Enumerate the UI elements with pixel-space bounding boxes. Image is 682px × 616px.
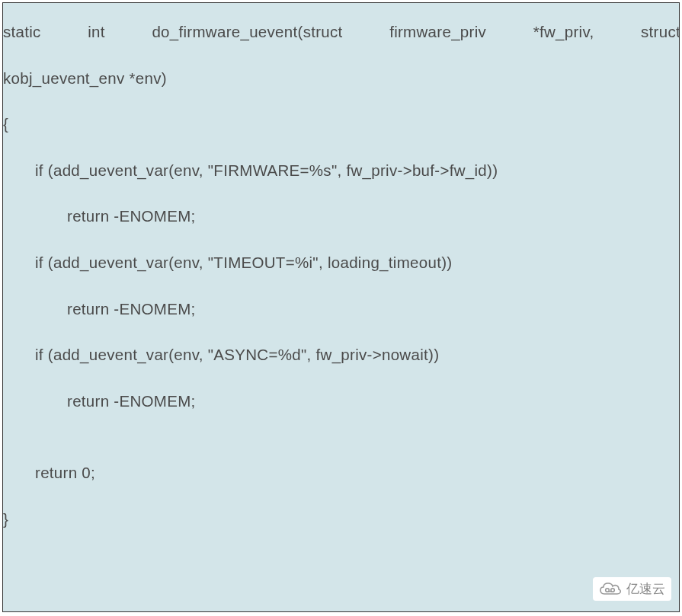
code-content: static int do_firmware_uevent(struct fir… [3,3,679,529]
code-line-11: } [3,510,679,529]
code-line-7: return -ENOMEM; [3,300,679,319]
code-line-4: if (add_uevent_var(env, "FIRMWARE=%s", f… [3,161,679,180]
watermark-text: 亿速云 [626,580,665,598]
code-line-3: { [3,115,679,134]
code-line-5: return -ENOMEM; [3,207,679,226]
code-line-6: if (add_uevent_var(env, "TIMEOUT=%i", lo… [3,254,679,273]
code-line-1: static int do_firmware_uevent(struct fir… [3,3,680,42]
code-line-8: if (add_uevent_var(env, "ASYNC=%d", fw_p… [3,346,679,365]
watermark: 亿速云 [593,577,671,601]
code-block: static int do_firmware_uevent(struct fir… [2,2,680,612]
cloud-icon [599,581,622,598]
code-line-10: return 0; [3,464,679,483]
code-line-9: return -ENOMEM; [3,392,679,411]
token-type1: firmware_priv [389,23,486,42]
token-param1: *fw_priv, [533,23,594,42]
token-funcname: do_firmware_uevent(struct [152,23,342,42]
token-static: static [3,23,41,42]
token-struct2: struct [641,23,680,42]
code-line-2: kobj_uevent_env *env) [3,69,679,88]
token-int: int [88,23,105,42]
